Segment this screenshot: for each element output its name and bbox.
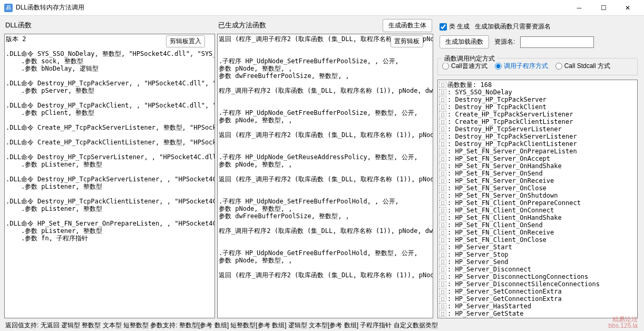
list-item-icon: □ [439,148,446,154]
list-item-icon: □ [439,310,446,317]
function-list-item[interactable]: □: HP_Server_Disconnect [439,266,636,273]
watermark: 精易论坛 bbs.125.la [609,316,638,329]
list-item-icon: □ [439,170,446,177]
resource-name-input[interactable] [520,36,594,48]
function-list-item[interactable]: □: HP_Set_FN_Client_OnConnect [439,207,636,214]
list-item-icon: □ [439,126,446,132]
list-item-icon: □ [439,244,446,250]
class-generate-checkbox-wrap[interactable]: 类 生成 [440,22,470,31]
app-icon: 易 [4,4,13,12]
groupbox-title: 函数调用约定方式 [442,54,497,63]
list-item-icon: □ [439,303,446,309]
minimize-button[interactable]: ─ [567,0,591,16]
list-item-icon: □ [439,251,446,258]
list-item-icon: □ [439,215,446,221]
function-list-item[interactable]: □: HP_Set_FN_Server_OnClose [439,184,636,192]
list-item-icon: □ [439,141,446,147]
function-list-item[interactable]: □: HP_Set_FN_Client_OnSend [439,221,636,229]
function-list-item[interactable]: □: HP_Server_GetState [439,310,636,317]
function-listbox[interactable]: □函数数量: 168□: SYS_SSO_NoDelay□: Destroy_H… [437,80,638,318]
function-list-item[interactable]: □: Destroy_HP_TcpPackClient [439,103,636,111]
list-item-icon: □ [439,89,446,95]
radio-call-stdcall-input[interactable] [555,63,562,70]
radio-call-stdcall-label: Call Stdcall 方式 [564,62,610,71]
list-item-icon: □ [439,266,446,272]
radio-call-subroutine-label: 调用子程序方式 [504,62,548,71]
function-list-item[interactable]: □: HP_Server_HasStarted [439,303,636,310]
function-list-item[interactable]: □: HP_Server_Send [439,258,636,266]
radio-call-subroutine-input[interactable] [495,63,502,70]
function-list-item[interactable]: □: HP_Set_FN_Client_OnClose [439,236,636,244]
function-list-item[interactable]: □: HP_Server_SetConnectionExtra [439,288,636,295]
list-item-icon: □ [439,178,446,184]
list-item-icon: □ [439,192,446,199]
list-item-icon: □ [439,259,446,265]
function-list-item[interactable]: □: SYS_SSO_NoDelay [439,89,636,96]
mid-header-label: 已生成方法函数 [218,21,266,30]
generated-methods-textarea[interactable] [218,34,433,318]
list-item-icon: □ [439,237,446,243]
generate-function-body-button[interactable]: 生成函数主体 [383,19,432,32]
function-list-item[interactable]: □: HP_Set_FN_Client_OnHandShake [439,214,636,221]
radio-call-subroutine[interactable]: 调用子程序方式 [495,62,548,71]
list-item-icon: □ [439,163,446,169]
middle-panel: 已生成方法函数 生成函数主体 置剪辑板 [217,19,433,318]
function-list-item[interactable]: □: HP_Set_FN_Client_OnReceive [439,229,636,236]
window-controls: ─ ☐ ✕ [567,0,640,16]
function-list-item[interactable]: □: HP_Set_FN_Server_OnShutdown [439,192,636,199]
function-list-item[interactable]: □: HP_Server_DisconnectLongConnections [439,273,636,280]
function-list-item[interactable]: □: HP_Set_FN_Server_OnPrepareListen [439,148,636,155]
watermark-line2: bbs.125.la [609,323,638,329]
function-list-item[interactable]: □: Destroy_HP_TcpPackClientListener [439,140,636,148]
list-item-icon: □ [439,200,446,206]
list-item-icon: □ [439,96,446,103]
statusbar-text: 返回值支持: 无返回 逻辑型 整数型 文本型 短整数型 参数支持: 整数型[参考… [5,321,438,330]
clipboard-import-button[interactable]: 剪辑板置入 [166,35,205,47]
load-function-hint: 生成加载函数只需要资源名 [475,22,551,31]
function-list-item[interactable]: □: HP_Server_Stop [439,251,636,258]
list-item-icon: □ [439,281,446,287]
function-list-item[interactable]: □: Create_HP_TcpPackServerListener [439,111,636,118]
class-generate-checkbox[interactable] [440,23,447,31]
maximize-button[interactable]: ☐ [591,0,616,16]
list-item-icon: □ [439,155,446,162]
radio-call-normal-input[interactable] [442,63,449,70]
list-item-icon: □ [439,229,446,236]
window-title: DLL函数转内存方法调用 [16,3,567,12]
list-item-icon: □ [439,111,446,118]
function-list-item[interactable]: □: HP_Server_DisconnectSilenceConnection… [439,280,636,288]
function-list-item[interactable]: □: HP_Set_FN_Server_OnReceive [439,177,636,184]
function-list-item[interactable]: □: HP_Server_GetLastError [439,317,636,318]
function-list-item[interactable]: □: Destroy_HP_TcpPackServer [439,96,636,103]
function-list-item[interactable]: □: Destroy_HP_TcpServerListener [439,125,636,133]
list-item-icon: □ [439,274,446,280]
resource-name-label: 资源名: [494,37,515,46]
clipboard-export-button[interactable]: 置剪辑板 [391,35,423,47]
function-list-item[interactable]: □: HP_Server_Start [439,244,636,251]
list-item-icon: □ [439,104,446,110]
generate-load-function-button[interactable]: 生成加载函数 [440,35,489,48]
function-list-item[interactable]: □: HP_Set_FN_Server_OnHandShake [439,162,636,170]
function-list-item[interactable]: □: HP_Set_FN_Server_OnAccept [439,155,636,162]
close-button[interactable]: ✕ [616,0,640,16]
class-generate-label: 类 生成 [449,22,470,31]
function-count-line: □函数数量: 168 [439,81,636,89]
right-panel: 类 生成 生成加载函数只需要资源名 生成加载函数 资源名: 函数调用约定方式 C… [435,19,640,318]
function-list-item[interactable]: □: HP_Server_GetConnectionExtra [439,295,636,303]
statusbar: 返回值支持: 无返回 逻辑型 整数型 文本型 短整数型 参数支持: 整数型[参考… [0,319,644,331]
list-item-icon: □ [439,185,446,191]
function-list-item[interactable]: □: HP_Set_FN_Server_OnSend [439,170,636,177]
radio-call-stdcall[interactable]: Call Stdcall 方式 [555,62,610,71]
list-item-icon: □ [439,318,446,318]
function-list-item[interactable]: □: Destroy_HP_TcpPackServerListener [439,133,636,140]
function-list-item[interactable]: □: Create_HP_TcpPackClientListener [439,118,636,125]
function-list-item[interactable]: □: HP_Set_FN_Client_OnPrepareConnect [439,199,636,207]
list-item-icon: □ [439,82,446,88]
list-item-icon: □ [439,222,446,228]
dll-functions-textarea[interactable] [5,34,214,318]
list-item-icon: □ [439,296,446,302]
left-panel: DLL函数 剪辑板置入 [4,19,215,318]
list-item-icon: □ [439,133,446,140]
list-item-icon: □ [439,119,446,125]
titlebar: 易 DLL函数转内存方法调用 ─ ☐ ✕ [0,0,644,16]
